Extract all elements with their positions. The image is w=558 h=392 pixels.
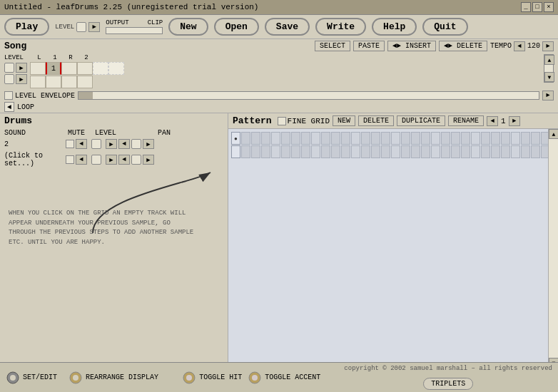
pattern-duplicate-button[interactable]: DUPLICATE — [397, 115, 445, 126]
loop-label[interactable]: LOOP — [17, 103, 34, 111]
pan-play-1[interactable]: ▶ — [106, 155, 117, 165]
level-envelope-checkbox[interactable] — [4, 91, 13, 100]
triplets-button[interactable]: TRIPLETS — [423, 378, 473, 390]
help-button[interactable]: Help — [372, 18, 417, 36]
pattern-cell-1-22[interactable] — [451, 145, 460, 158]
pan-knob-1[interactable] — [131, 155, 141, 165]
pattern-cell-0-13[interactable] — [361, 132, 370, 145]
pattern-cell-0-11[interactable] — [341, 132, 350, 145]
pattern-cell-0-24[interactable] — [471, 132, 480, 145]
pan-right-0[interactable]: ▶ — [143, 139, 154, 149]
scroll-up-btn[interactable]: ▲ — [544, 55, 554, 65]
pattern-cell-1-14[interactable] — [371, 145, 380, 158]
pattern-cell-1-12[interactable] — [351, 145, 360, 158]
pattern-cell-1-21[interactable] — [441, 145, 450, 158]
play-button[interactable]: Play — [4, 18, 49, 36]
pattern-cell-0-4[interactable] — [271, 132, 280, 145]
new-button[interactable]: New — [168, 18, 208, 36]
pattern-cell-0-30[interactable] — [531, 132, 540, 145]
pattern-cell-1-20[interactable] — [431, 145, 440, 158]
pattern-cell-0-7[interactable] — [301, 132, 310, 145]
pattern-cell-1-17[interactable] — [401, 145, 410, 158]
select-button[interactable]: SELECT — [315, 41, 350, 51]
pattern-cell-0-22[interactable] — [451, 132, 460, 145]
rearrange-tool[interactable]: REARRANGE DISPLAY — [69, 371, 158, 385]
level-knob-0[interactable] — [91, 139, 101, 149]
pattern-cell-0-26[interactable] — [491, 132, 500, 145]
pattern-cell-0-5[interactable] — [281, 132, 290, 145]
level-envelope-label[interactable]: LEVEL ENVELOPE — [4, 91, 75, 100]
pattern-cell-0-17[interactable] — [401, 132, 410, 145]
scroll-down-btn[interactable]: ▼ — [544, 72, 554, 82]
set-edit-tool[interactable]: SET/EDIT — [6, 371, 57, 385]
mute-checkbox-0[interactable] — [66, 140, 74, 148]
pattern-cell-0-6[interactable] — [291, 132, 300, 145]
level-knob-1[interactable] — [91, 155, 101, 165]
envelope-scrollbar[interactable] — [78, 91, 539, 100]
pattern-cell-1-13[interactable] — [361, 145, 370, 158]
pan-knob-0[interactable] — [131, 139, 141, 149]
pattern-cell-0-9[interactable] — [321, 132, 330, 145]
pattern-cell-1-2[interactable] — [251, 145, 260, 158]
song-cell-0-0[interactable] — [30, 62, 46, 75]
pattern-cell-1-23[interactable] — [461, 145, 470, 158]
level-play-btn[interactable]: ▶ — [88, 22, 100, 32]
song-cell-0-4[interactable] — [93, 62, 108, 75]
close-button[interactable]: × — [544, 2, 554, 12]
pattern-cell-1-4[interactable] — [271, 145, 280, 158]
delete-button[interactable]: ◄► DELETE — [439, 41, 487, 51]
pattern-cell-1-24[interactable] — [471, 145, 480, 158]
pattern-cell-0-3[interactable] — [261, 132, 270, 145]
pattern-cell-1-28[interactable] — [511, 145, 520, 158]
song-cell-0-2[interactable] — [61, 62, 77, 75]
pan-play-0[interactable]: ▶ — [106, 139, 117, 149]
pattern-rename-button[interactable]: RENAME — [448, 115, 484, 126]
pattern-cell-1-27[interactable] — [501, 145, 510, 158]
pattern-cell-0-27[interactable] — [501, 132, 510, 145]
song-knob-1[interactable] — [4, 63, 14, 73]
pattern-cell-1-9[interactable] — [321, 145, 330, 158]
pattern-cell-0-14[interactable] — [371, 132, 380, 145]
toggle-accent-tool[interactable]: TOGGLE ACCENT — [248, 371, 320, 385]
song-cell-0-5[interactable] — [108, 62, 124, 75]
pattern-cell-1-19[interactable] — [421, 145, 430, 158]
pattern-cell-1-30[interactable] — [531, 145, 540, 158]
pattern-cell-0-29[interactable] — [521, 132, 530, 145]
envelope-scroll-right[interactable]: ► — [542, 91, 554, 100]
mute-btn-1[interactable]: ◄ — [76, 155, 87, 165]
song-cell-1-2[interactable] — [61, 76, 77, 88]
pan-left-0[interactable]: ◄ — [118, 139, 130, 149]
song-cell-1-3[interactable] — [77, 76, 93, 88]
pattern-cell-0-23[interactable] — [461, 132, 470, 145]
pattern-cell-0-1[interactable] — [241, 132, 250, 145]
pattern-cell-0-0[interactable]: ● — [231, 132, 240, 145]
toggle-hit-tool[interactable]: TOGGLE HIT — [182, 371, 242, 385]
insert-button[interactable]: ◄► INSERT — [387, 41, 436, 51]
pattern-cell-0-19[interactable] — [421, 132, 430, 145]
pan-right-1[interactable]: ▶ — [143, 155, 154, 165]
tempo-down-btn[interactable]: ◄ — [514, 41, 525, 51]
pattern-cell-0-15[interactable] — [381, 132, 390, 145]
tempo-up-btn[interactable]: ► — [542, 41, 554, 51]
pattern-cell-0-21[interactable] — [441, 132, 450, 145]
pattern-cell-1-7[interactable] — [301, 145, 310, 158]
pattern-prev-btn[interactable]: ◄ — [487, 116, 498, 126]
pattern-cell-1-29[interactable] — [521, 145, 530, 158]
pattern-cell-1-8[interactable] — [311, 145, 320, 158]
song-cell-1-0[interactable] — [30, 76, 46, 88]
pattern-cell-1-25[interactable] — [481, 145, 490, 158]
pattern-cell-1-1[interactable] — [241, 145, 250, 158]
pan-left-1[interactable]: ◄ — [118, 155, 130, 165]
pattern-cell-0-18[interactable] — [411, 132, 420, 145]
pattern-cell-1-18[interactable] — [411, 145, 420, 158]
pattern-cell-0-2[interactable] — [251, 132, 260, 145]
pattern-cell-1-0[interactable] — [231, 145, 240, 158]
pattern-cell-0-20[interactable] — [431, 132, 440, 145]
song-cell-0-1[interactable]: 1 — [46, 62, 61, 75]
song-knob-2[interactable] — [4, 74, 14, 84]
quit-button[interactable]: Quit — [422, 18, 467, 36]
maximize-button[interactable]: □ — [532, 2, 542, 12]
minimize-button[interactable]: _ — [521, 2, 531, 12]
write-button[interactable]: Write — [315, 18, 366, 36]
pattern-scroll-up[interactable]: ▲ — [549, 129, 558, 139]
